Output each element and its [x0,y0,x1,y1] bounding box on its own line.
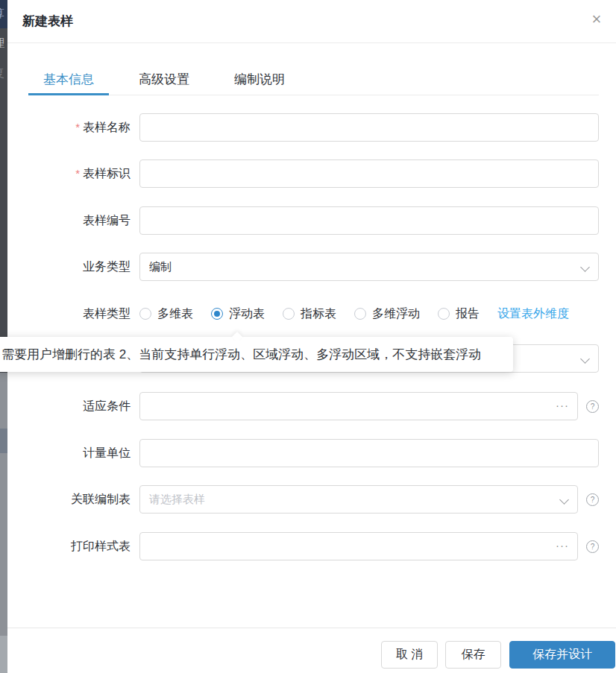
background-panel [0,373,7,673]
field-label: 表样类型 [28,306,131,322]
radio-circle-icon [438,308,450,320]
field-label: 业务类型 [28,259,131,275]
required-asterisk: * [75,167,80,180]
field-row-business-type: 业务类型 编制 [28,253,599,281]
background-panel-footer [0,636,7,673]
radio-circle-icon [139,308,151,320]
unit-input[interactable] [139,439,599,467]
table-style-name-input[interactable] [139,113,599,142]
tab-basic-info[interactable]: 基本信息 [28,67,109,95]
sidebar-item-glyph: 算 [0,7,4,19]
background-sidebar-active-item: 算 [0,0,7,28]
sidebar-item-glyph: 理 [0,37,4,48]
related-table-select[interactable]: 请选择表样 [139,485,578,514]
radio-circle-icon [354,308,366,320]
table-type-radio-group: 多维表 浮动表 指标表 多维浮动 报告 设置表外维度 [139,306,569,322]
save-and-design-button[interactable]: 保存并设计 [509,641,615,669]
cancel-button[interactable]: 取 消 [381,641,438,669]
field-row-table-style-name: *表样名称 [28,113,599,142]
table-style-number-input[interactable] [139,206,599,235]
modal-header: 新建表样 × [7,0,616,43]
help-icon[interactable]: ? [586,400,599,413]
chevron-down-icon [580,262,590,272]
close-icon[interactable]: × [587,10,606,29]
field-label: *表样标识 [28,166,131,182]
field-row-table-type: 表样类型 多维表 浮动表 指标表 多维浮动 报告 设置表外维度 [28,300,599,327]
tab-compilation-notes[interactable]: 编制说明 [219,67,300,95]
field-label: 适应条件 [28,399,131,414]
sidebar-item-glyph: 复 [0,67,4,78]
help-icon[interactable]: ? [586,493,599,506]
field-label: 打印样式表 [28,539,131,554]
chevron-down-icon [559,495,569,505]
radio-multidim-floating[interactable]: 多维浮动 [354,306,420,322]
radio-floating-table[interactable]: 浮动表 [211,306,265,322]
ellipsis-icon[interactable]: ··· [556,539,569,552]
field-row-adapt-condition: 适应条件 ··· ? [28,392,599,420]
field-row-table-style-code: *表样标识 [28,159,599,188]
table-style-code-input[interactable] [139,159,599,188]
business-type-value: 编制 [149,260,172,274]
set-external-dimension-link[interactable]: 设置表外维度 [497,306,569,322]
chevron-down-icon [580,354,590,364]
field-label: 表样编号 [28,213,131,229]
modal-title: 新建表样 [22,13,73,30]
field-label: 计量单位 [28,446,131,461]
floating-table-tooltip: 需要用户增删行的表 2、当前支持单行浮动、区域浮动、多浮动区域，不支持嵌套浮动 [0,337,513,372]
radio-circle-icon [211,308,223,320]
adapt-condition-input[interactable]: ··· [139,392,578,420]
tab-advanced-settings[interactable]: 高级设置 [124,67,204,95]
related-table-placeholder: 请选择表样 [149,493,205,507]
help-icon[interactable]: ? [586,540,599,553]
radio-indicator-table[interactable]: 指标表 [283,306,336,322]
radio-circle-icon [283,308,295,320]
field-row-print-style: 打印样式表 ··· ? [28,532,599,560]
field-label: 关联编制表 [28,492,131,508]
field-row-unit: 计量单位 [28,439,599,467]
tab-bar: 基本信息 高级设置 编制说明 [28,67,599,95]
field-label: *表样名称 [28,120,131,136]
field-row-table-style-number: 表样编号 [28,206,599,235]
footer-divider [7,628,616,628]
ellipsis-icon[interactable]: ··· [556,399,569,411]
business-type-select[interactable]: 编制 [139,253,599,281]
background-panel-highlight [0,429,7,453]
print-style-input[interactable]: ··· [139,532,578,560]
radio-multidim-table[interactable]: 多维表 [139,306,193,322]
radio-report[interactable]: 报告 [438,306,480,322]
save-button[interactable]: 保存 [445,641,501,669]
background-sidebar: 理 复 [0,28,7,337]
field-row-related-table: 关联编制表 请选择表样 ? [28,485,599,514]
required-asterisk: * [75,121,80,133]
